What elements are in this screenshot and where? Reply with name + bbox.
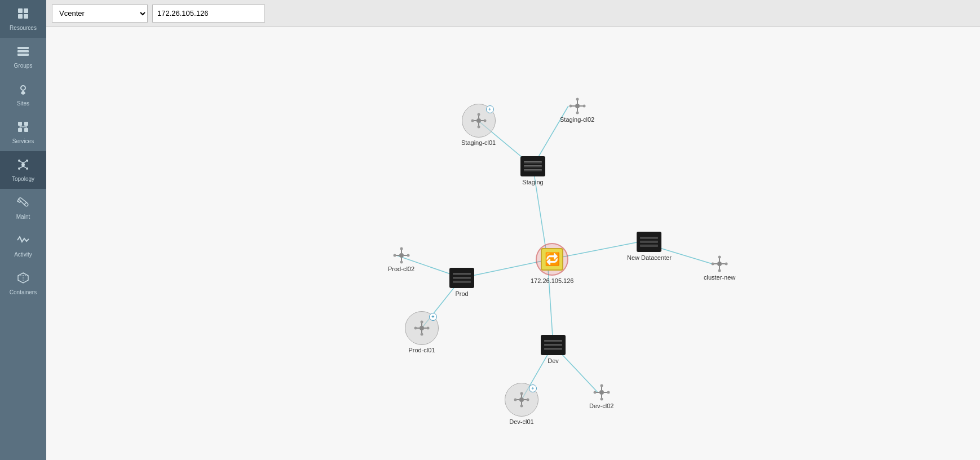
sidebar-item-resources[interactable]: Resources <box>0 0 46 38</box>
sidebar-label-maint: Maint <box>16 214 30 220</box>
svg-point-36 <box>476 118 481 123</box>
svg-line-22 <box>20 166 23 168</box>
node-dev-cl01[interactable]: + Dev-cl01 <box>505 383 538 425</box>
svg-point-63 <box>399 253 404 258</box>
svg-point-88 <box>593 391 596 394</box>
svg-point-96 <box>718 269 721 272</box>
sidebar: Resources Groups Sites Services Topology… <box>0 0 46 460</box>
node-new-datacenter[interactable]: New Datacenter <box>627 232 672 261</box>
sidebar-item-activity[interactable]: Activity <box>0 227 46 264</box>
svg-rect-11 <box>24 128 28 132</box>
svg-point-17 <box>26 160 28 162</box>
sites-icon <box>16 82 30 98</box>
svg-point-61 <box>414 327 417 330</box>
sidebar-label-services: Services <box>12 138 34 144</box>
svg-rect-10 <box>18 128 22 132</box>
svg-point-59 <box>421 321 423 324</box>
svg-point-86 <box>600 384 603 387</box>
containers-icon <box>16 271 30 287</box>
sidebar-label-containers: Containers <box>10 289 37 295</box>
svg-point-69 <box>400 261 403 264</box>
svg-point-52 <box>569 105 572 108</box>
sidebar-item-services[interactable]: Services <box>0 113 46 151</box>
vcenter-node[interactable]: 🔁 172.26.105.126 <box>531 243 573 284</box>
ip-input[interactable] <box>152 5 265 23</box>
svg-rect-4 <box>17 47 29 49</box>
svg-point-79 <box>514 399 517 401</box>
svg-point-89 <box>607 391 610 394</box>
svg-rect-1 <box>24 8 28 13</box>
sidebar-label-groups: Groups <box>14 63 33 69</box>
svg-rect-2 <box>18 14 23 19</box>
svg-point-72 <box>519 397 524 402</box>
svg-line-23 <box>23 166 26 168</box>
svg-point-81 <box>599 390 604 395</box>
svg-rect-0 <box>18 8 23 13</box>
svg-line-24 <box>24 202 27 205</box>
node-staging-cl02[interactable]: Staging-cl02 <box>560 98 594 123</box>
svg-point-68 <box>400 247 403 250</box>
svg-point-90 <box>717 262 722 266</box>
svg-rect-5 <box>17 50 29 52</box>
svg-rect-9 <box>24 122 28 126</box>
svg-point-42 <box>477 126 480 129</box>
services-icon <box>16 120 30 136</box>
svg-point-78 <box>520 405 523 408</box>
svg-point-45 <box>575 104 580 108</box>
groups-icon <box>16 45 30 60</box>
svg-rect-3 <box>24 14 28 19</box>
svg-point-97 <box>712 263 714 266</box>
sidebar-item-topology[interactable]: Topology <box>0 151 46 189</box>
svg-point-87 <box>600 398 603 401</box>
svg-point-16 <box>18 160 20 162</box>
node-dev[interactable]: Dev <box>541 335 566 364</box>
svg-point-60 <box>421 333 423 336</box>
maint-icon <box>16 196 30 211</box>
svg-point-18 <box>18 167 20 170</box>
svg-point-54 <box>420 326 424 330</box>
main-area: Vcenter 🔁 172.26.105.126 Staging <box>46 0 980 460</box>
toolbar: Vcenter <box>46 0 980 27</box>
node-staging-cl01[interactable]: + Staging-cl01 <box>461 104 496 146</box>
sidebar-item-containers[interactable]: Containers <box>0 264 46 302</box>
sidebar-item-maint[interactable]: Maint <box>0 189 46 227</box>
svg-point-43 <box>471 120 474 122</box>
node-prod-cl01[interactable]: + Prod-cl01 <box>405 311 439 353</box>
sidebar-label-resources: Resources <box>10 25 37 31</box>
svg-point-80 <box>527 399 529 401</box>
vcenter-dropdown[interactable]: Vcenter <box>52 5 148 23</box>
node-prod-cl02[interactable]: Prod-cl02 <box>388 247 414 272</box>
svg-point-98 <box>725 263 728 266</box>
node-prod[interactable]: Prod <box>449 268 474 297</box>
topology-icon <box>16 158 30 174</box>
svg-point-7 <box>21 86 25 90</box>
svg-point-51 <box>576 112 579 114</box>
svg-point-77 <box>520 392 523 395</box>
svg-point-62 <box>427 327 430 330</box>
svg-point-70 <box>393 254 396 257</box>
svg-point-95 <box>718 256 721 259</box>
svg-point-71 <box>407 254 409 257</box>
sidebar-label-activity: Activity <box>14 251 32 258</box>
svg-line-21 <box>23 162 26 163</box>
sidebar-item-sites[interactable]: Sites <box>0 76 46 113</box>
sidebar-item-groups[interactable]: Groups <box>0 38 46 76</box>
svg-rect-8 <box>18 122 22 126</box>
node-staging[interactable]: Staging <box>520 156 545 185</box>
svg-point-44 <box>483 120 486 122</box>
topology-canvas: 🔁 172.26.105.126 Staging Prod <box>46 27 980 460</box>
svg-point-53 <box>582 105 585 108</box>
sidebar-label-sites: Sites <box>17 100 29 107</box>
node-cluster-new[interactable]: cluster-new <box>704 255 735 281</box>
svg-rect-6 <box>17 54 29 56</box>
svg-line-20 <box>20 162 23 163</box>
svg-point-50 <box>576 98 579 101</box>
resources-icon <box>16 7 30 23</box>
activity-icon <box>16 233 30 249</box>
sidebar-label-topology: Topology <box>12 176 34 182</box>
svg-point-15 <box>21 163 25 166</box>
svg-point-41 <box>477 113 480 116</box>
svg-point-19 <box>26 167 28 170</box>
node-dev-cl02[interactable]: Dev-cl02 <box>589 384 613 409</box>
